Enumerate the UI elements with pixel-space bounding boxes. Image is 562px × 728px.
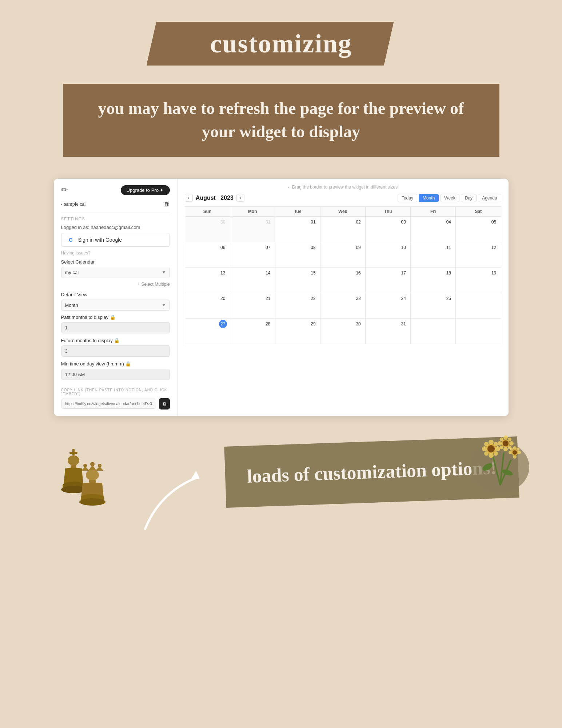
calendar-day-cell[interactable]: 13 xyxy=(185,267,230,293)
calendar-select[interactable]: my cal xyxy=(61,267,170,278)
today-button[interactable]: Today xyxy=(398,194,417,202)
calendar-day-cell[interactable]: 11 xyxy=(411,242,456,267)
bottom-section: loads of customization options! xyxy=(0,431,562,565)
sunflower-decoration xyxy=(467,420,533,492)
chess-pieces-decoration xyxy=(43,442,116,543)
calendar-day-cell[interactable]: 08 xyxy=(275,242,320,267)
curved-arrow xyxy=(138,463,203,536)
calendar-day-cell[interactable]: 15 xyxy=(275,267,320,293)
calendar-panel: • Drag the border to preview the widget … xyxy=(178,179,509,416)
calendar-day-cell[interactable]: 06 xyxy=(185,242,230,267)
calendar-day-cell[interactable]: 28 xyxy=(230,318,275,344)
having-issues-label: Having issues? xyxy=(61,250,170,256)
default-view-select[interactable]: Month xyxy=(61,300,170,311)
calendar-day-cell[interactable]: 16 xyxy=(320,267,365,293)
calendar-day-cell[interactable]: 31 xyxy=(366,318,411,344)
calendar-day-cell[interactable]: 21 xyxy=(230,293,275,318)
calendar-day-cell[interactable]: 30 xyxy=(185,216,230,242)
settings-section-label: SETTINGS xyxy=(61,217,170,221)
calendar-day-cell[interactable]: 04 xyxy=(411,216,456,242)
calendar-day-cell[interactable]: 17 xyxy=(366,267,411,293)
calendar-day-cell[interactable]: 03 xyxy=(366,216,411,242)
day-number: 15 xyxy=(309,269,317,277)
copy-button[interactable]: ⧉ xyxy=(159,398,170,410)
svg-point-28 xyxy=(484,451,489,456)
day-view-button[interactable]: Day xyxy=(461,194,477,202)
copy-icon: ⧉ xyxy=(163,401,166,407)
svg-point-29 xyxy=(487,445,495,452)
back-arrow-icon[interactable]: ‹ xyxy=(61,201,63,207)
day-number: 07 xyxy=(264,244,272,252)
day-number: 13 xyxy=(219,269,227,277)
upgrade-button[interactable]: Upgrade to Pro ✦ xyxy=(121,185,170,195)
month-view-button[interactable]: Month xyxy=(419,194,439,202)
calendar-day-cell[interactable]: 31 xyxy=(230,216,275,242)
cal-day-header: Thu xyxy=(366,206,411,216)
app-screenshot: ✏ Upgrade to Pro ✦ ‹ sample cal 🗑 SETTIN… xyxy=(54,179,509,416)
calendar-day-cell[interactable]: 18 xyxy=(411,267,456,293)
svg-point-10 xyxy=(86,470,99,480)
svg-point-47 xyxy=(513,450,517,455)
calendar-day-cell[interactable] xyxy=(456,293,501,318)
svg-point-23 xyxy=(495,446,500,451)
calendar-month-nav: ‹ August 2023 › xyxy=(185,194,245,202)
svg-point-21 xyxy=(489,440,494,445)
header-section: customizing xyxy=(0,0,562,76)
cal-day-header: Mon xyxy=(230,206,275,216)
copy-link-input[interactable] xyxy=(61,399,156,409)
subtitle-section: you may have to refresh the page for the… xyxy=(0,76,562,171)
day-number: 17 xyxy=(399,269,407,277)
future-months-input[interactable] xyxy=(61,345,170,357)
calendar-day-cell[interactable]: 10 xyxy=(366,242,411,267)
calendar-day-cell[interactable] xyxy=(411,318,456,344)
calendar-day-cell[interactable]: 09 xyxy=(320,242,365,267)
calendar-day-cell[interactable]: 27 xyxy=(185,318,230,344)
cal-day-header: Sat xyxy=(456,206,501,216)
calendar-day-cell[interactable] xyxy=(456,318,501,344)
calendar-day-cell[interactable]: 05 xyxy=(456,216,501,242)
calendar-day-cell[interactable]: 20 xyxy=(185,293,230,318)
calendar-grid: SunMonTueWedThuFriSat 303101020304050607… xyxy=(185,206,501,344)
min-time-input[interactable] xyxy=(61,369,170,380)
day-number: 19 xyxy=(490,269,498,277)
svg-point-30 xyxy=(503,435,508,440)
calendar-day-cell[interactable]: 22 xyxy=(275,293,320,318)
calendar-week-row: 2728293031 xyxy=(185,318,501,344)
page-title: customizing xyxy=(210,29,352,59)
day-number: 31 xyxy=(399,320,407,328)
calendar-name: sample cal xyxy=(64,201,85,207)
calendar-week-row: 06070809101112 xyxy=(185,242,501,267)
calendar-day-cell[interactable]: 07 xyxy=(230,242,275,267)
calendar-day-cell[interactable]: 23 xyxy=(320,293,365,318)
calendar-day-cell[interactable]: 29 xyxy=(275,318,320,344)
calendar-day-cell[interactable]: 24 xyxy=(366,293,411,318)
future-months-label: Future months to display 🔒 xyxy=(61,338,170,343)
copy-link-section-label: COPY LINK (THEN PASTE INTO NOTION, AND C… xyxy=(61,388,170,396)
svg-point-33 xyxy=(498,441,502,446)
calendar-day-cell[interactable]: 12 xyxy=(456,242,501,267)
svg-rect-1 xyxy=(69,452,77,454)
day-number: 10 xyxy=(399,244,407,252)
calendar-day-cell[interactable]: 30 xyxy=(320,318,365,344)
cal-day-header: Tue xyxy=(275,206,320,216)
week-view-button[interactable]: Week xyxy=(440,194,459,202)
prev-month-button[interactable]: ‹ xyxy=(185,194,193,202)
calendar-day-cell[interactable]: 02 xyxy=(320,216,365,242)
calendar-day-cell[interactable]: 19 xyxy=(456,267,501,293)
day-number: 23 xyxy=(354,294,362,302)
calendar-toolbar: ‹ August 2023 › Today Month Week Day Age… xyxy=(185,194,501,202)
delete-icon[interactable]: 🗑 xyxy=(164,201,170,207)
calendar-day-cell[interactable]: 01 xyxy=(275,216,320,242)
cal-day-header: Sun xyxy=(185,206,230,216)
calendar-day-cell[interactable]: 25 xyxy=(411,293,456,318)
google-signin-button[interactable]: G Sign in with Google xyxy=(61,233,170,247)
day-number: 21 xyxy=(264,294,272,302)
select-multiple-link[interactable]: + Select Multiple xyxy=(61,282,170,287)
default-view-select-wrapper: Month ▼ xyxy=(61,300,170,311)
next-month-button[interactable]: › xyxy=(236,194,244,202)
calendar-day-cell[interactable]: 14 xyxy=(230,267,275,293)
agenda-view-button[interactable]: Agenda xyxy=(478,194,501,202)
day-number: 29 xyxy=(309,320,317,328)
past-months-input[interactable] xyxy=(61,322,170,333)
title-banner: customizing xyxy=(158,22,405,66)
